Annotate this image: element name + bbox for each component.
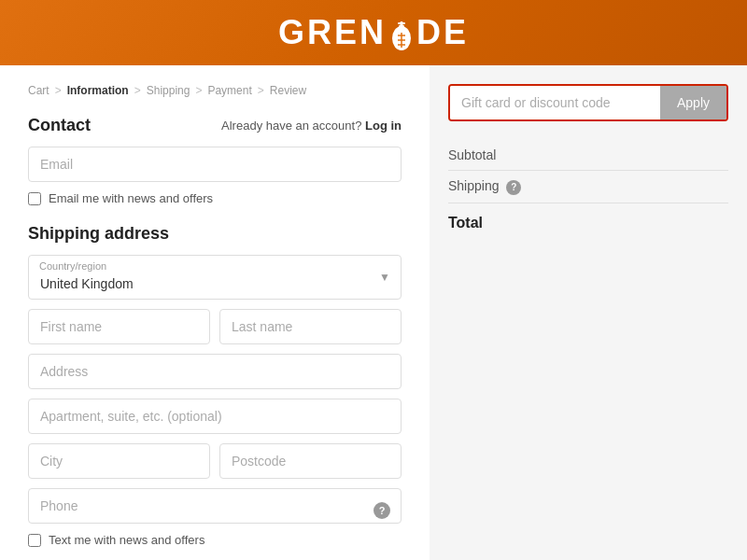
breadcrumb-sep-3: > xyxy=(195,84,202,97)
header: GREN DE xyxy=(0,0,747,65)
shipping-line: Shipping ? xyxy=(448,171,728,203)
newsletter-label: Email me with news and offers xyxy=(49,191,213,205)
breadcrumb-sep-4: > xyxy=(258,84,264,97)
logo: GREN DE xyxy=(278,13,469,52)
phone-field[interactable] xyxy=(28,488,402,524)
breadcrumb-review[interactable]: Review xyxy=(270,84,306,97)
login-link[interactable]: Log in xyxy=(365,119,402,133)
logo-text-right: DE xyxy=(416,13,469,52)
logo-text-left: GREN xyxy=(278,13,387,52)
shipping-header: Shipping address xyxy=(28,224,402,244)
sms-label: Text me with news and offers xyxy=(49,533,204,547)
country-label: Country/region xyxy=(39,260,106,272)
breadcrumb-sep-2: > xyxy=(134,84,141,97)
address-field[interactable] xyxy=(28,354,402,389)
account-prompt: Already have an account? Log in xyxy=(221,119,402,133)
left-panel: Cart > Information > Shipping > Payment … xyxy=(0,65,430,560)
breadcrumb-cart[interactable]: Cart xyxy=(28,84,49,97)
contact-title: Contact xyxy=(28,116,91,135)
sms-checkbox[interactable] xyxy=(28,534,41,547)
breadcrumb: Cart > Information > Shipping > Payment … xyxy=(28,84,402,97)
phone-help-icon[interactable]: ? xyxy=(374,502,390,519)
page-layout: Cart > Information > Shipping > Payment … xyxy=(0,65,747,560)
breadcrumb-shipping[interactable]: Shipping xyxy=(147,84,190,97)
subtotal-line: Subtotal xyxy=(448,140,728,171)
breadcrumb-sep-1: > xyxy=(55,84,62,97)
apply-button[interactable]: Apply xyxy=(660,86,726,119)
last-name-field[interactable] xyxy=(219,309,402,344)
subtotal-label: Subtotal xyxy=(448,147,496,162)
newsletter-row: Email me with news and offers xyxy=(28,191,402,205)
grenade-icon xyxy=(388,14,415,51)
city-postcode-row xyxy=(28,443,402,488)
right-panel: Apply Subtotal Shipping ? Total xyxy=(430,65,747,560)
shipping-help-icon[interactable]: ? xyxy=(506,180,521,195)
name-row xyxy=(28,309,402,354)
apartment-field[interactable] xyxy=(28,399,402,434)
shipping-title: Shipping address xyxy=(28,224,169,244)
email-field[interactable] xyxy=(28,147,402,182)
sms-row: Text me with news and offers xyxy=(28,533,402,547)
breadcrumb-payment[interactable]: Payment xyxy=(207,84,251,97)
svg-rect-3 xyxy=(398,22,405,24)
first-name-field[interactable] xyxy=(28,309,210,344)
discount-box: Apply xyxy=(448,84,728,121)
total-line: Total xyxy=(448,203,728,239)
shipping-section: Shipping address Country/region United K… xyxy=(28,224,402,547)
shipping-label-row: Shipping ? xyxy=(448,178,521,195)
postcode-field[interactable] xyxy=(219,443,402,479)
country-wrapper: Country/region United Kingdom ▼ xyxy=(28,255,402,300)
city-field[interactable] xyxy=(28,443,210,479)
breadcrumb-information[interactable]: Information xyxy=(67,84,129,97)
newsletter-checkbox[interactable] xyxy=(28,192,41,205)
phone-wrapper: ? xyxy=(28,488,402,533)
discount-input[interactable] xyxy=(450,86,660,119)
contact-header: Contact Already have an account? Log in xyxy=(28,116,402,135)
total-label: Total xyxy=(448,215,483,231)
